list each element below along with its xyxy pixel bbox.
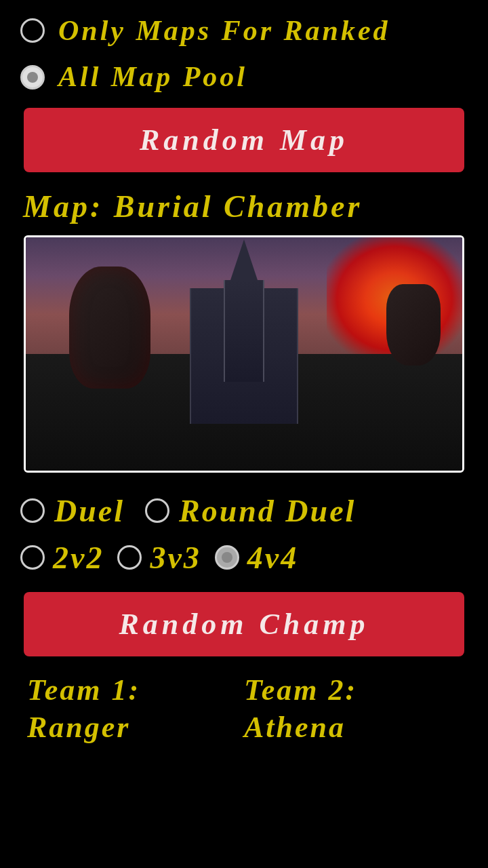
duel-radio[interactable] bbox=[20, 498, 45, 523]
map-image bbox=[26, 237, 462, 471]
map-label-prefix: Map: bbox=[23, 189, 103, 224]
gargoyle-left bbox=[69, 267, 150, 389]
duel-option[interactable]: Duel bbox=[20, 493, 125, 529]
all-map-pool-label: All Map Pool bbox=[58, 60, 247, 94]
gargoyle-right bbox=[386, 284, 441, 366]
ranked-maps-radio[interactable] bbox=[20, 18, 45, 43]
2v2-radio[interactable] bbox=[20, 545, 45, 570]
castle-scene bbox=[26, 237, 462, 471]
main-container: Only Maps For Ranked All Map Pool Random… bbox=[0, 0, 488, 758]
map-image-container bbox=[24, 235, 464, 473]
round-duel-option[interactable]: Round Duel bbox=[145, 493, 356, 529]
2v2-option[interactable]: 2v2 bbox=[20, 540, 104, 576]
4v4-radio[interactable] bbox=[215, 545, 239, 570]
random-champ-button[interactable]: Random Champ bbox=[24, 592, 464, 656]
team2-label: Team 2: bbox=[244, 673, 461, 707]
3v3-option[interactable]: 3v3 bbox=[117, 540, 201, 576]
4v4-label: 4v4 bbox=[247, 540, 298, 576]
teams-section: Team 1: Ranger Team 2: Athena bbox=[20, 673, 468, 745]
team1-label: Team 1: bbox=[27, 673, 244, 707]
all-map-pool-radio[interactable] bbox=[20, 65, 45, 90]
team-size-row: 2v2 3v3 4v4 bbox=[20, 540, 468, 576]
4v4-option[interactable]: 4v4 bbox=[215, 540, 298, 576]
castle-spire bbox=[230, 239, 258, 280]
castle-tower-center bbox=[224, 280, 264, 382]
3v3-radio[interactable] bbox=[117, 545, 142, 570]
mode-section: Duel Round Duel 2v2 3v3 bbox=[20, 493, 468, 576]
team2-name: Athena bbox=[244, 710, 461, 745]
team1-block: Team 1: Ranger bbox=[27, 673, 244, 745]
3v3-label: 3v3 bbox=[150, 540, 201, 576]
ranked-maps-option[interactable]: Only Maps For Ranked bbox=[20, 14, 468, 47]
ranked-maps-label: Only Maps For Ranked bbox=[58, 14, 390, 47]
radio-inner-dot-4v4 bbox=[222, 552, 232, 563]
mode-row: Duel Round Duel bbox=[20, 493, 468, 529]
map-name: Burial Chamber bbox=[114, 189, 363, 224]
round-duel-radio[interactable] bbox=[145, 498, 169, 523]
map-label: Map: Burial Chamber bbox=[20, 189, 468, 224]
team1-name: Ranger bbox=[27, 710, 244, 745]
duel-label: Duel bbox=[54, 493, 125, 529]
2v2-label: 2v2 bbox=[53, 540, 104, 576]
round-duel-label: Round Duel bbox=[179, 493, 356, 529]
all-map-pool-option[interactable]: All Map Pool bbox=[20, 60, 468, 94]
random-map-button[interactable]: Random Map bbox=[24, 108, 464, 172]
radio-inner-dot bbox=[27, 72, 38, 83]
team2-block: Team 2: Athena bbox=[244, 673, 461, 745]
